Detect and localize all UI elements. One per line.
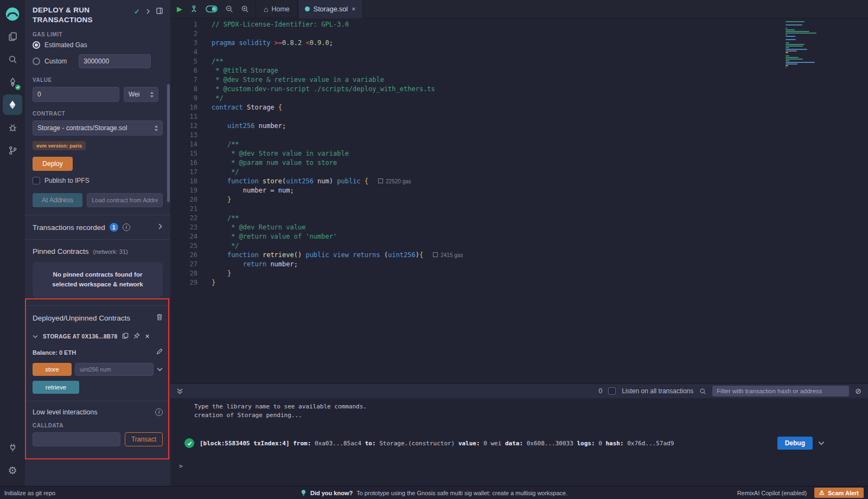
edit-balance-icon[interactable] <box>156 348 163 356</box>
tip-label: Did you know? <box>310 490 353 496</box>
run-script-icon[interactable]: ▶ <box>177 5 182 13</box>
minimap[interactable] <box>786 21 820 68</box>
tab-storage-sol[interactable]: Storage.sol × <box>298 0 363 18</box>
solidity-file-icon <box>305 7 310 11</box>
clear-console-icon[interactable]: ⊘ <box>855 387 861 395</box>
custom-gas-input[interactable] <box>79 54 151 68</box>
code-editor[interactable]: 1234567891011121314151617181920212223242… <box>170 18 868 383</box>
terminal-search-icon <box>699 388 706 395</box>
at-address-button[interactable]: At Address <box>33 193 82 207</box>
home-icon: ⌂ <box>264 5 268 14</box>
status-bar: Initialize as git repo Did you know? To … <box>0 486 868 499</box>
editor-toolbar: ▶ ⌂ Home <box>170 0 868 18</box>
pin-contract-icon[interactable] <box>133 332 140 341</box>
estimated-gas-radio[interactable] <box>33 41 40 49</box>
low-level-info-icon[interactable]: i <box>155 408 163 416</box>
workspace-icon[interactable] <box>3 26 22 47</box>
deploy-button[interactable]: Deploy <box>33 157 73 171</box>
terminal-filter-input[interactable] <box>712 386 849 396</box>
tip-text: To prototype using the Gnosis safe multi… <box>356 490 567 496</box>
evm-version-badge: evm version: paris <box>33 141 86 150</box>
expand-terminal-icon[interactable] <box>177 388 183 394</box>
divider <box>25 305 170 306</box>
solidity-compiler-icon[interactable] <box>3 72 22 92</box>
home-label: Home <box>271 5 289 13</box>
compile-success-badge <box>15 85 21 90</box>
editor-gutter[interactable]: 1234567891011121314151617181920212223242… <box>170 20 207 383</box>
pin-panel-icon[interactable] <box>156 8 163 16</box>
balance-label: Balance: 0 ETH <box>33 349 76 356</box>
calldata-input[interactable] <box>33 432 120 446</box>
activity-bar: ⚙ <box>0 0 25 486</box>
contract-label: CONTRACT <box>33 111 163 117</box>
editor-code[interactable]: // SPDX-License-Identifier: GPL-3.0pragm… <box>207 20 868 383</box>
terminal-log: Type the library name to see available c… <box>170 403 868 420</box>
expand-args-icon[interactable] <box>157 366 163 373</box>
divider <box>25 239 170 240</box>
transactions-expand-icon[interactable] <box>158 223 163 231</box>
contract-instance-label[interactable]: STORAGE AT 0X136...8B78 <box>43 334 117 340</box>
panel-check-icon: ✓ <box>134 8 140 16</box>
deployed-contracts-title: Deployed/Unpinned Contracts <box>33 314 130 322</box>
debugger-icon[interactable] <box>3 117 22 138</box>
store-arg-input[interactable] <box>75 363 154 376</box>
debug-button[interactable]: Debug <box>777 437 813 450</box>
value-unit: Wei <box>129 91 139 98</box>
editor-column: ▶ ⌂ Home <box>170 0 868 486</box>
transaction-row[interactable]: [block:5583405 txIndex:4] from: 0xa03...… <box>170 437 868 450</box>
search-icon[interactable] <box>3 49 22 69</box>
panel-title: DEPLOY & RUN TRANSACTIONS <box>33 5 119 25</box>
copilot-toggle[interactable] <box>206 5 218 12</box>
estimated-gas-label: Estimated Gas <box>44 41 87 49</box>
zoom-in-icon[interactable] <box>241 5 249 13</box>
contract-expand-icon[interactable] <box>33 332 38 340</box>
terminal-prompt[interactable]: > <box>170 463 868 470</box>
deploy-run-icon[interactable] <box>3 94 22 115</box>
tab-close-icon[interactable]: × <box>352 5 356 13</box>
remix-logo[interactable] <box>2 3 23 25</box>
trash-icon[interactable] <box>156 314 163 322</box>
retrieve-function-button[interactable]: retrieve <box>33 381 79 394</box>
transact-button[interactable]: Transact <box>125 432 163 446</box>
remove-contract-icon[interactable]: × <box>145 332 149 341</box>
copilot-status[interactable]: RemixAI Copilot (enabled) <box>737 490 807 496</box>
zoom-out-icon[interactable] <box>225 5 233 13</box>
pinned-contracts-title: Pinned Contracts <box>33 247 89 255</box>
pinned-network-suffix: (network: 31) <box>93 248 128 255</box>
value-input[interactable] <box>33 87 119 102</box>
divider <box>25 215 170 215</box>
custom-gas-label: Custom <box>44 57 67 65</box>
pinned-empty-message: No pinned contracts found for selected w… <box>33 262 163 298</box>
tx-expand-icon[interactable] <box>818 440 825 447</box>
calldata-label: CALLDATA <box>33 423 163 428</box>
tx-summary[interactable]: [block:5583405 txIndex:4] from: 0xa03...… <box>200 440 772 447</box>
statusbar-tip: Did you know? To prototype using the Gno… <box>301 489 567 496</box>
tab-label: Storage.sol <box>314 5 348 13</box>
contract-select[interactable]: Storage - contracts/Storage.sol <box>33 120 163 136</box>
git-init-status[interactable]: Initialize as git repo <box>4 490 55 496</box>
store-function-button[interactable]: store <box>33 363 72 376</box>
panel-scrollbar[interactable] <box>167 84 170 202</box>
value-unit-select[interactable]: Wei <box>124 87 158 102</box>
ai-assistant-icon[interactable] <box>190 5 198 13</box>
home-tab[interactable]: ⌂ Home <box>256 0 297 18</box>
custom-gas-radio[interactable] <box>33 57 40 65</box>
transactions-info-icon[interactable]: i <box>123 223 130 231</box>
at-address-input[interactable] <box>87 193 163 207</box>
terminal-toolbar: 0 Listen on all transactions ⊘ <box>170 383 868 398</box>
deploy-run-panel: DEPLOY & RUN TRANSACTIONS ✓ GAS LIMIT Es… <box>25 0 170 486</box>
settings-icon[interactable]: ⚙ <box>3 460 22 481</box>
transactions-recorded-label: Transactions recorded <box>33 223 105 232</box>
contract-selected: Storage - contracts/Storage.sol <box>37 124 127 132</box>
publish-ipfs-checkbox[interactable] <box>33 177 40 184</box>
copy-address-icon[interactable] <box>122 332 129 341</box>
plugin-manager-icon[interactable] <box>3 437 22 458</box>
scam-alert-badge[interactable]: ⚠ Scam Alert <box>814 488 864 498</box>
git-icon[interactable] <box>3 140 22 161</box>
panel-link-icon[interactable] <box>145 8 151 16</box>
divider <box>25 401 170 401</box>
warning-icon: ⚠ <box>819 489 825 496</box>
listen-all-checkbox[interactable] <box>608 387 616 395</box>
low-level-title: Low level interactions <box>33 408 98 416</box>
terminal[interactable]: Type the library name to see available c… <box>170 398 868 486</box>
